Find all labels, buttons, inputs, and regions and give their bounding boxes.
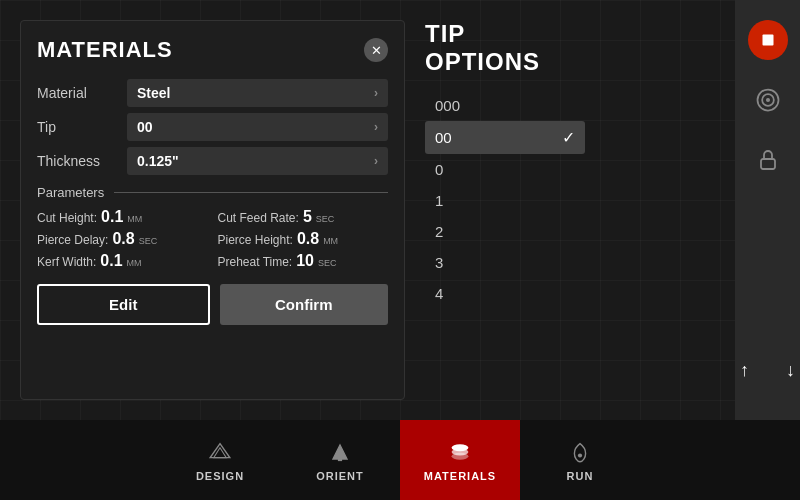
stop-icon bbox=[757, 29, 779, 51]
params-grid: Cut Height: 0.1 MM Cut Feed Rate: 5 SEC … bbox=[37, 208, 388, 270]
tip-field-row: Tip 00 › bbox=[37, 113, 388, 141]
preheat-time-param: Preheat Time: 10 SEC bbox=[218, 252, 389, 270]
material-value[interactable]: Steel › bbox=[127, 79, 388, 107]
tip-chevron-icon: › bbox=[374, 120, 378, 134]
tip-options-title: TIP OPTIONS bbox=[425, 20, 585, 76]
orient-icon bbox=[326, 438, 354, 466]
upload-button[interactable]: ↑ bbox=[725, 350, 765, 390]
tip-item-3[interactable]: 3 bbox=[425, 247, 585, 278]
nav-item-orient[interactable]: ORIENT bbox=[280, 420, 400, 500]
edit-button[interactable]: Edit bbox=[37, 284, 210, 325]
tip-item-00[interactable]: 00 ✓ bbox=[425, 121, 585, 154]
materials-title: MATERIALS bbox=[37, 37, 173, 63]
kerf-width-param: Kerf Width: 0.1 MM bbox=[37, 252, 208, 270]
divider-line bbox=[114, 192, 388, 193]
parameters-label: Parameters bbox=[37, 185, 104, 200]
tip-item-0[interactable]: 0 bbox=[425, 154, 585, 185]
tip-item-2[interactable]: 2 bbox=[425, 216, 585, 247]
pierce-delay-param: Pierce Delay: 0.8 SEC bbox=[37, 230, 208, 248]
material-field-row: Material Steel › bbox=[37, 79, 388, 107]
check-icon: ✓ bbox=[562, 128, 575, 147]
lock-button[interactable] bbox=[748, 140, 788, 180]
close-button[interactable]: ✕ bbox=[364, 38, 388, 62]
materials-icon bbox=[446, 438, 474, 466]
nav-item-design[interactable]: DESIGN bbox=[160, 420, 280, 500]
nav-item-run[interactable]: RUN bbox=[520, 420, 640, 500]
lock-icon bbox=[756, 148, 780, 172]
materials-label: MATERIALS bbox=[424, 470, 496, 482]
panel-header: MATERIALS ✕ bbox=[37, 37, 388, 63]
tip-list: 000 00 ✓ 0 1 2 3 4 bbox=[425, 90, 585, 309]
tip-item-000[interactable]: 000 bbox=[425, 90, 585, 121]
svg-point-10 bbox=[578, 453, 582, 457]
materials-panel: MATERIALS ✕ Material Steel › Tip 00 › Th… bbox=[20, 20, 405, 400]
svg-marker-5 bbox=[333, 445, 347, 459]
thickness-label: Thickness bbox=[37, 153, 127, 169]
thickness-chevron-icon: › bbox=[374, 154, 378, 168]
target-icon bbox=[754, 86, 782, 114]
orient-label: ORIENT bbox=[316, 470, 364, 482]
action-buttons: Edit Confirm bbox=[37, 284, 388, 325]
tip-options-panel: TIP OPTIONS 000 00 ✓ 0 1 2 3 4 bbox=[425, 20, 585, 400]
thickness-field-row: Thickness 0.125" › bbox=[37, 147, 388, 175]
svg-point-3 bbox=[766, 99, 768, 101]
pierce-height-param: Pierce Height: 0.8 MM bbox=[218, 230, 389, 248]
cut-height-param: Cut Height: 0.1 MM bbox=[37, 208, 208, 226]
parameters-divider: Parameters bbox=[37, 185, 388, 200]
target-button[interactable] bbox=[748, 80, 788, 120]
design-label: DESIGN bbox=[196, 470, 244, 482]
tip-item-4[interactable]: 4 bbox=[425, 278, 585, 309]
cut-feed-rate-param: Cut Feed Rate: 5 SEC bbox=[218, 208, 389, 226]
thickness-value[interactable]: 0.125" › bbox=[127, 147, 388, 175]
tip-item-1[interactable]: 1 bbox=[425, 185, 585, 216]
run-label: RUN bbox=[567, 470, 594, 482]
svg-point-9 bbox=[452, 453, 469, 460]
svg-rect-0 bbox=[762, 35, 773, 46]
svg-rect-4 bbox=[761, 159, 775, 169]
design-icon bbox=[206, 438, 234, 466]
nav-item-materials[interactable]: MATERIALS bbox=[400, 420, 520, 500]
stop-button[interactable] bbox=[748, 20, 788, 60]
material-chevron-icon: › bbox=[374, 86, 378, 100]
svg-rect-6 bbox=[338, 458, 342, 462]
material-label: Material bbox=[37, 85, 127, 101]
tip-value[interactable]: 00 › bbox=[127, 113, 388, 141]
tip-label: Tip bbox=[37, 119, 127, 135]
bottom-nav: DESIGN ORIENT MATERIALS RUN bbox=[0, 420, 800, 500]
download-button[interactable]: ↓ bbox=[771, 350, 801, 390]
right-sidebar: ↑ ↓ bbox=[735, 0, 800, 420]
run-icon bbox=[566, 438, 594, 466]
confirm-button[interactable]: Confirm bbox=[220, 284, 389, 325]
